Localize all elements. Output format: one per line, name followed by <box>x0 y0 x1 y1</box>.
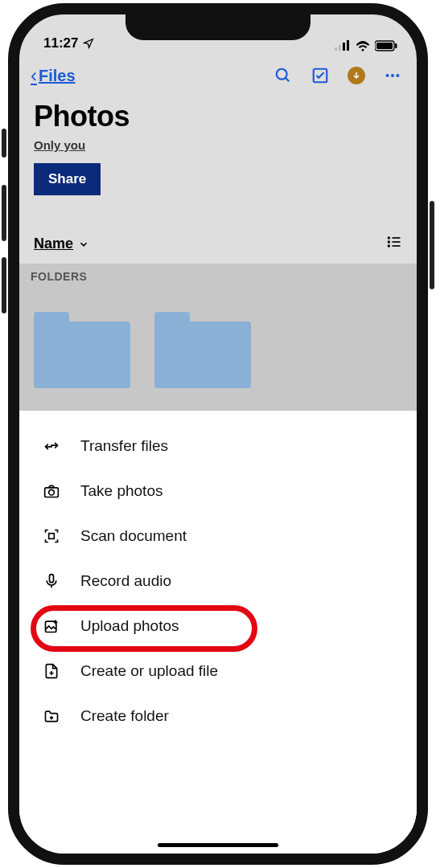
svg-rect-0 <box>335 47 337 51</box>
status-time: 11:27 <box>43 35 78 51</box>
svg-rect-21 <box>49 534 55 539</box>
status-bar: 11:27 <box>19 14 417 53</box>
svg-rect-16 <box>393 241 401 243</box>
sheet-item-label: Create folder <box>80 707 169 725</box>
file-plus-icon <box>42 661 61 681</box>
svg-line-8 <box>286 78 290 82</box>
sort-label: Name <box>34 235 73 252</box>
scan-icon <box>42 526 61 546</box>
svg-point-20 <box>49 489 55 495</box>
location-icon <box>83 38 94 49</box>
download-badge-icon[interactable] <box>348 67 365 84</box>
svg-point-17 <box>388 244 390 247</box>
svg-rect-18 <box>393 245 401 247</box>
search-icon[interactable] <box>274 66 293 85</box>
sheet-item-take-photos[interactable]: Take photos <box>19 469 417 514</box>
wifi-icon <box>356 40 370 51</box>
folders-grid <box>19 289 417 411</box>
sheet-item-label: Create or upload file <box>80 662 218 680</box>
battery-icon <box>375 40 397 51</box>
sheet-item-label: Upload photos <box>80 617 179 635</box>
action-sheet: Transfer files Take photos Scan document… <box>19 411 417 854</box>
svg-rect-6 <box>395 43 397 48</box>
cellular-icon <box>335 40 351 51</box>
svg-rect-22 <box>50 575 54 583</box>
folder-item[interactable] <box>154 312 251 388</box>
view-toggle-icon[interactable] <box>386 234 402 254</box>
svg-point-11 <box>391 74 394 77</box>
svg-rect-23 <box>46 621 56 632</box>
page-title: Photos <box>19 95 417 135</box>
svg-point-10 <box>386 74 389 77</box>
svg-rect-5 <box>376 43 393 49</box>
sheet-item-scan-document[interactable]: Scan document <box>19 514 417 559</box>
section-header-folders: FOLDERS <box>19 264 417 289</box>
sharing-status[interactable]: Only you <box>19 135 417 160</box>
home-indicator[interactable] <box>158 843 278 847</box>
microphone-icon <box>42 571 61 591</box>
svg-point-12 <box>396 74 399 77</box>
select-icon[interactable] <box>311 66 330 85</box>
folder-item[interactable] <box>34 312 130 388</box>
svg-point-15 <box>388 240 390 243</box>
back-label: Files <box>39 67 76 85</box>
sheet-item-label: Scan document <box>80 527 187 545</box>
svg-point-7 <box>277 69 287 80</box>
sheet-item-upload-photos[interactable]: Upload photos <box>19 604 417 649</box>
share-button[interactable]: Share <box>34 163 101 195</box>
upload-photo-icon <box>42 616 61 636</box>
transfer-icon <box>42 436 61 456</box>
sheet-item-create-folder[interactable]: Create folder <box>19 694 417 739</box>
sheet-item-record-audio[interactable]: Record audio <box>19 559 417 604</box>
chevron-down-icon <box>78 239 89 250</box>
phone-frame: 11:27 ‹ Files <box>8 3 428 865</box>
camera-icon <box>42 481 61 501</box>
sheet-item-create-upload-file[interactable]: Create or upload file <box>19 649 417 694</box>
nav-bar: ‹ Files <box>19 53 417 95</box>
folder-plus-icon <box>42 706 61 726</box>
sheet-item-label: Record audio <box>80 572 171 590</box>
svg-rect-2 <box>343 43 345 51</box>
chevron-left-icon: ‹ <box>31 64 37 87</box>
svg-rect-14 <box>393 237 401 239</box>
sheet-item-transfer-files[interactable]: Transfer files <box>19 424 417 469</box>
sheet-item-label: Take photos <box>80 482 162 500</box>
sort-button[interactable]: Name <box>34 235 89 252</box>
svg-rect-3 <box>347 40 349 51</box>
svg-point-13 <box>388 236 390 239</box>
svg-rect-1 <box>339 45 341 51</box>
back-button[interactable]: ‹ Files <box>31 64 76 87</box>
more-icon[interactable] <box>383 66 402 85</box>
sheet-item-label: Transfer files <box>80 437 168 455</box>
